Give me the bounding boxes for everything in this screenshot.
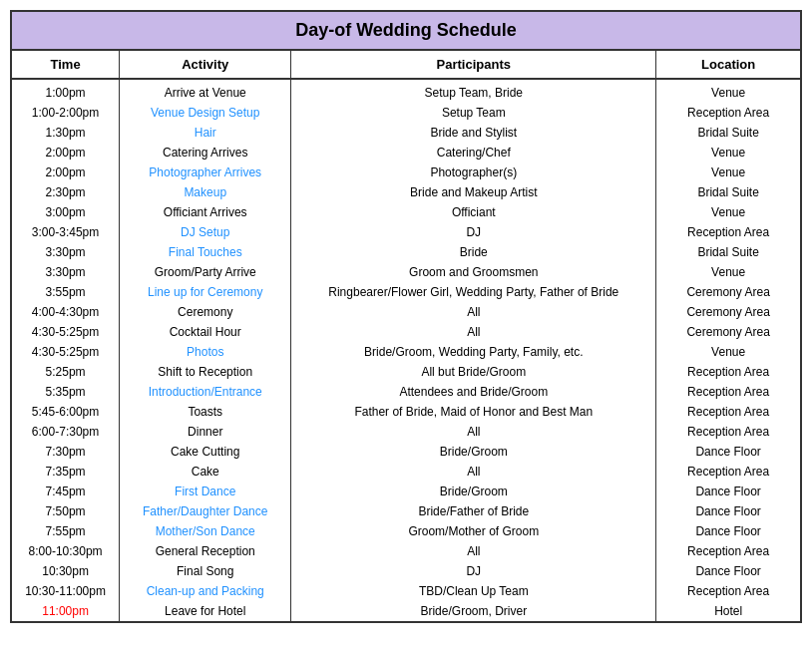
cell-participants: All bbox=[291, 322, 656, 342]
cell-time: 2:00pm bbox=[12, 163, 120, 182]
table-row: 3:00pmOfficiant ArrivesOfficiantVenue bbox=[12, 202, 800, 222]
cell-activity: Final Touches bbox=[120, 242, 291, 262]
cell-location: Reception Area bbox=[656, 581, 800, 601]
cell-participants: All bbox=[291, 422, 656, 442]
cell-location: Dance Floor bbox=[656, 561, 800, 581]
cell-location: Ceremony Area bbox=[656, 302, 800, 322]
cell-activity: Ceremony bbox=[120, 302, 291, 322]
cell-time: 5:45-6:00pm bbox=[12, 402, 120, 422]
cell-time: 1:00-2:00pm bbox=[12, 103, 120, 123]
header-time: Time bbox=[12, 51, 120, 79]
cell-location: Reception Area bbox=[656, 103, 800, 123]
cell-participants: Bride/Father of Bride bbox=[291, 501, 656, 521]
cell-location: Reception Area bbox=[656, 222, 800, 242]
cell-time: 1:00pm bbox=[12, 79, 120, 103]
cell-activity: Cake Cutting bbox=[120, 442, 291, 462]
cell-location: Venue bbox=[656, 202, 800, 222]
cell-location: Reception Area bbox=[656, 362, 800, 382]
cell-activity: Leave for Hotel bbox=[120, 601, 291, 621]
table-row: 6:00-7:30pmDinnerAllReception Area bbox=[12, 422, 800, 442]
cell-activity: First Dance bbox=[120, 482, 291, 501]
header-participants: Participants bbox=[291, 51, 656, 79]
cell-time: 3:30pm bbox=[12, 262, 120, 282]
table-row: 2:00pmCatering ArrivesCatering/ChefVenue bbox=[12, 143, 800, 163]
cell-time: 7:45pm bbox=[12, 482, 120, 501]
cell-activity: Officiant Arrives bbox=[120, 202, 291, 222]
cell-participants: Bride/Groom bbox=[291, 442, 656, 462]
table-row: 3:55pmLine up for CeremonyRingbearer/Flo… bbox=[12, 282, 800, 302]
table-row: 7:30pmCake CuttingBride/GroomDance Floor bbox=[12, 442, 800, 462]
cell-participants: Setup Team bbox=[291, 103, 656, 123]
cell-activity: Shift to Reception bbox=[120, 362, 291, 382]
cell-location: Reception Area bbox=[656, 422, 800, 442]
cell-participants: Attendees and Bride/Groom bbox=[291, 382, 656, 402]
cell-participants: All bbox=[291, 541, 656, 561]
cell-location: Dance Floor bbox=[656, 442, 800, 462]
cell-time: 11:00pm bbox=[12, 601, 120, 621]
cell-time: 3:30pm bbox=[12, 242, 120, 262]
cell-participants: All bbox=[291, 302, 656, 322]
table-row: 7:45pmFirst DanceBride/GroomDance Floor bbox=[12, 482, 800, 501]
cell-activity: Groom/Party Arrive bbox=[120, 262, 291, 282]
cell-activity: Venue Design Setup bbox=[120, 103, 291, 123]
cell-location: Hotel bbox=[656, 601, 800, 621]
cell-location: Bridal Suite bbox=[656, 242, 800, 262]
cell-time: 5:25pm bbox=[12, 362, 120, 382]
cell-time: 7:55pm bbox=[12, 521, 120, 541]
cell-location: Dance Floor bbox=[656, 521, 800, 541]
cell-activity: Hair bbox=[120, 123, 291, 143]
table-row: 7:35pmCakeAllReception Area bbox=[12, 462, 800, 482]
cell-time: 2:00pm bbox=[12, 143, 120, 163]
cell-activity: Catering Arrives bbox=[120, 143, 291, 163]
cell-activity: Final Song bbox=[120, 561, 291, 581]
cell-time: 5:35pm bbox=[12, 382, 120, 402]
cell-participants: DJ bbox=[291, 222, 656, 242]
cell-location: Reception Area bbox=[656, 541, 800, 561]
cell-participants: Bride and Makeup Artist bbox=[291, 182, 656, 202]
cell-location: Dance Floor bbox=[656, 482, 800, 501]
cell-time: 3:00-3:45pm bbox=[12, 222, 120, 242]
cell-location: Reception Area bbox=[656, 462, 800, 482]
cell-time: 4:30-5:25pm bbox=[12, 342, 120, 362]
cell-activity: Cocktail Hour bbox=[120, 322, 291, 342]
cell-time: 8:00-10:30pm bbox=[12, 541, 120, 561]
cell-time: 3:55pm bbox=[12, 282, 120, 302]
table-row: 3:30pmGroom/Party ArriveGroom and Grooms… bbox=[12, 262, 800, 282]
cell-time: 3:00pm bbox=[12, 202, 120, 222]
cell-activity: Dinner bbox=[120, 422, 291, 442]
cell-activity: Line up for Ceremony bbox=[120, 282, 291, 302]
table-row: 2:00pmPhotographer ArrivesPhotographer(s… bbox=[12, 163, 800, 182]
cell-activity: Photographer Arrives bbox=[120, 163, 291, 182]
cell-activity: Toasts bbox=[120, 402, 291, 422]
table-row: 4:30-5:25pmPhotosBride/Groom, Wedding Pa… bbox=[12, 342, 800, 362]
cell-location: Ceremony Area bbox=[656, 282, 800, 302]
cell-location: Bridal Suite bbox=[656, 182, 800, 202]
table-row: 7:50pmFather/Daughter DanceBride/Father … bbox=[12, 501, 800, 521]
table-row: 8:00-10:30pmGeneral ReceptionAllReceptio… bbox=[12, 541, 800, 561]
cell-activity: Arrive at Venue bbox=[120, 79, 291, 103]
cell-participants: TBD/Clean Up Team bbox=[291, 581, 656, 601]
table-row: 10:30-11:00pmClean-up and PackingTBD/Cle… bbox=[12, 581, 800, 601]
cell-activity: DJ Setup bbox=[120, 222, 291, 242]
cell-activity: Father/Daughter Dance bbox=[120, 501, 291, 521]
cell-location: Dance Floor bbox=[656, 501, 800, 521]
cell-time: 7:30pm bbox=[12, 442, 120, 462]
schedule-table: Time Activity Participants Location 1:00… bbox=[12, 51, 800, 621]
table-row: 3:30pmFinal TouchesBrideBridal Suite bbox=[12, 242, 800, 262]
cell-participants: Bride and Stylist bbox=[291, 123, 656, 143]
cell-location: Venue bbox=[656, 143, 800, 163]
cell-time: 7:35pm bbox=[12, 462, 120, 482]
cell-participants: Bride/Groom, Driver bbox=[291, 601, 656, 621]
cell-participants: All bbox=[291, 462, 656, 482]
cell-location: Venue bbox=[656, 262, 800, 282]
cell-participants: Officiant bbox=[291, 202, 656, 222]
table-row: 1:00-2:00pmVenue Design SetupSetup TeamR… bbox=[12, 103, 800, 123]
cell-participants: Bride/Groom bbox=[291, 482, 656, 501]
cell-time: 4:30-5:25pm bbox=[12, 322, 120, 342]
cell-activity: Makeup bbox=[120, 182, 291, 202]
cell-participants: All but Bride/Groom bbox=[291, 362, 656, 382]
table-row: 11:00pmLeave for HotelBride/Groom, Drive… bbox=[12, 601, 800, 621]
cell-time: 2:30pm bbox=[12, 182, 120, 202]
cell-participants: Catering/Chef bbox=[291, 143, 656, 163]
table-row: 2:30pmMakeupBride and Makeup ArtistBrida… bbox=[12, 182, 800, 202]
